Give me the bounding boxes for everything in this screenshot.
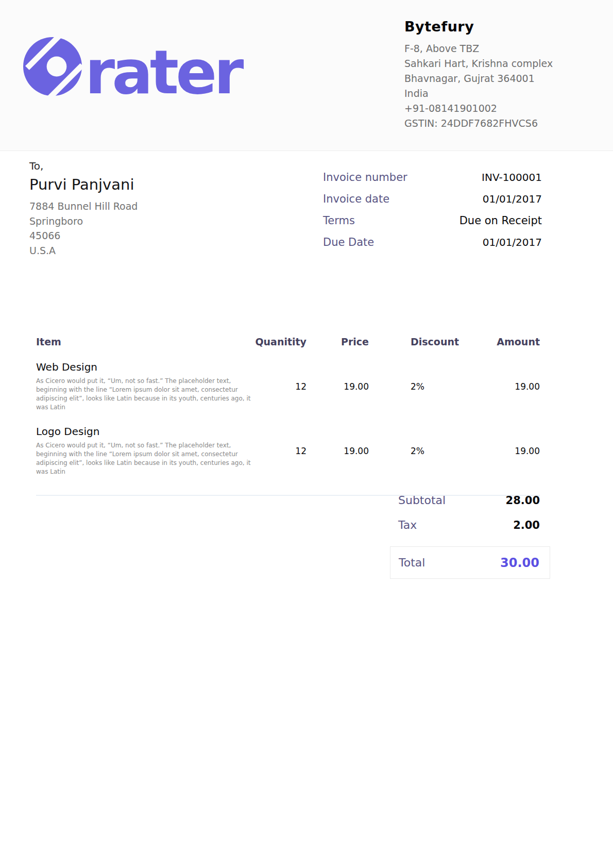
crater-logo: rater [23,37,241,98]
item-discount: 2% [411,446,462,456]
item-description: As Cicero would put it, “Um, not so fast… [36,441,251,476]
header-item: Item [36,336,251,347]
header-discount: Discount [411,336,462,347]
bill-to-section: To, Purvi Panjvani 7884 Bunnel Hill Road… [29,160,246,258]
terms-label: Terms [323,214,355,227]
customer-address-line: Springboro [29,214,246,229]
item-quantity: 12 [251,446,306,456]
terms-value: Due on Receipt [459,214,542,227]
invoice-number-value: INV-100001 [482,171,542,183]
header-spacer [369,336,411,347]
subtotal-value: 28.00 [506,494,540,507]
header-price: Price [306,336,369,347]
item-cell: Logo Design As Cicero would put it, “Um,… [36,425,251,476]
invoice-number-label: Invoice number [323,171,407,183]
header-amount: Amount [462,336,540,347]
invoice-meta: Invoice number INV-100001 Invoice date 0… [323,171,542,258]
company-address: F-8, Above TBZ Sahkari Hart, Krishna com… [404,41,590,131]
company-name: Bytefury [404,19,590,35]
tax-row: Tax 2.00 [390,519,550,533]
bill-to-label: To, [29,160,246,172]
due-date-value: 01/01/2017 [483,236,542,248]
company-address-line: Sahkari Hart, Krishna complex [404,56,590,71]
company-address-line: F-8, Above TBZ [404,41,590,56]
company-address-line: Bhavnagar, Gujrat 364001 [404,71,590,86]
item-discount: 2% [411,381,462,392]
items-table: Item Quanitity Price Discount Amount Web… [36,336,540,496]
header-quantity: Quanitity [251,336,306,347]
item-description: As Cicero would put it, “Um, not so fast… [36,377,251,412]
customer-address-line: 7884 Bunnel Hill Road [29,199,246,214]
table-row: Logo Design As Cicero would put it, “Um,… [36,425,540,476]
company-gstin: GSTIN: 24DDF7682FHVCS6 [404,116,590,131]
terms-row: Terms Due on Receipt [323,214,542,228]
due-date-row: Due Date 01/01/2017 [323,236,542,250]
invoice-date-row: Invoice date 01/01/2017 [323,193,542,207]
item-cell: Web Design As Cicero would put it, “Um, … [36,361,251,412]
subtotal-label: Subtotal [398,494,446,507]
item-price: 19.00 [306,446,369,456]
invoice-date-value: 01/01/2017 [483,193,542,205]
due-date-label: Due Date [323,236,374,248]
total-value: 30.00 [500,556,539,570]
item-price: 19.00 [306,381,369,392]
invoice-number-row: Invoice number INV-100001 [323,171,542,185]
crater-logo-wordmark: rater [85,43,241,101]
totals-section: Subtotal 28.00 Tax 2.00 Total 30.00 [390,494,550,579]
item-quantity: 12 [251,381,306,392]
item-amount: 19.00 [462,381,540,392]
customer-address: 7884 Bunnel Hill Road Springboro 45066 U… [29,199,246,258]
table-row: Web Design As Cicero would put it, “Um, … [36,361,540,412]
tax-label: Tax [398,519,417,531]
item-amount: 19.00 [462,446,540,456]
customer-address-line: 45066 [29,228,246,243]
subtotal-row: Subtotal 28.00 [390,494,550,508]
company-info: Bytefury F-8, Above TBZ Sahkari Hart, Kr… [404,19,590,131]
item-name: Web Design [36,361,251,373]
tax-value: 2.00 [513,519,540,531]
invoice-date-label: Invoice date [323,193,389,205]
company-address-line: India [404,86,590,101]
item-name: Logo Design [36,425,251,438]
company-phone: +91-08141901002 [404,101,590,116]
total-box: Total 30.00 [390,546,550,579]
crater-logo-c-icon [23,37,82,98]
total-label: Total [399,556,425,569]
customer-name: Purvi Panjvani [29,176,246,193]
items-table-header: Item Quanitity Price Discount Amount [36,336,540,347]
invoice-header-band: rater Bytefury F-8, Above TBZ Sahkari Ha… [0,0,613,151]
customer-address-line: U.S.A [29,243,246,258]
